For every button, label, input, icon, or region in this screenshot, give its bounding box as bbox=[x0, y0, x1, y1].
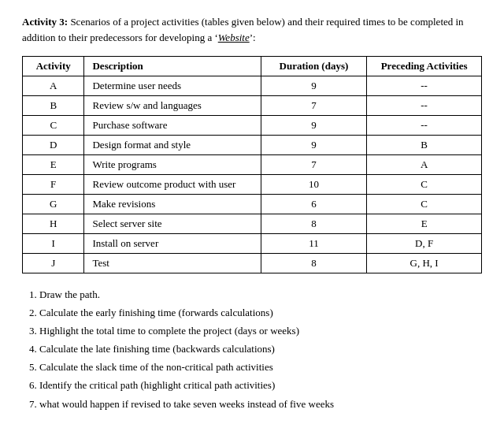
table-row: EWrite programs7A bbox=[23, 155, 482, 175]
cell-preceding: C bbox=[367, 175, 482, 195]
instruction-item: what would happen if revised to take sev… bbox=[39, 396, 482, 413]
instruction-item: Calculate the late finishing time (backw… bbox=[39, 340, 482, 358]
cell-duration: 8 bbox=[261, 214, 367, 234]
table-row: BReview s/w and languages7-- bbox=[23, 96, 482, 116]
cell-description: Select server site bbox=[84, 214, 261, 234]
table-row: IInstall on server11D, F bbox=[23, 234, 482, 254]
cell-description: Write programs bbox=[84, 155, 261, 175]
table-row: DDesign format and style9B bbox=[23, 136, 482, 155]
activities-table: Activity Description Duration (days) Pre… bbox=[22, 56, 482, 273]
instruction-item: Calculate the early finishing time (forw… bbox=[39, 304, 482, 322]
col-header-preceding: Preceding Activities bbox=[367, 57, 482, 76]
cell-description: Design format and style bbox=[84, 136, 261, 155]
cell-preceding: -- bbox=[367, 116, 482, 136]
cell-preceding: -- bbox=[367, 96, 482, 116]
cell-preceding: C bbox=[367, 195, 482, 214]
cell-activity: I bbox=[23, 234, 84, 254]
cell-duration: 6 bbox=[261, 195, 367, 214]
cell-duration: 9 bbox=[261, 116, 367, 136]
table-row: FReview outcome product with user10C bbox=[23, 175, 482, 195]
cell-activity: E bbox=[23, 155, 84, 175]
cell-preceding: B bbox=[367, 136, 482, 155]
cell-preceding: D, F bbox=[367, 234, 482, 254]
activity-label: Activity 3: bbox=[22, 16, 68, 28]
table-row: HSelect server site8E bbox=[23, 214, 482, 234]
cell-duration: 7 bbox=[261, 155, 367, 175]
cell-activity: F bbox=[23, 175, 84, 195]
cell-activity: D bbox=[23, 136, 84, 155]
cell-duration: 7 bbox=[261, 96, 367, 116]
col-header-description: Description bbox=[84, 57, 261, 76]
cell-preceding: A bbox=[367, 155, 482, 175]
cell-duration: 10 bbox=[261, 175, 367, 195]
cell-description: Test bbox=[84, 254, 261, 273]
table-row: GMake revisions6C bbox=[23, 195, 482, 214]
table-row: ADetermine user needs9-- bbox=[23, 76, 482, 96]
activity-header: Activity 3: Scenarios of a project activ… bbox=[22, 14, 482, 45]
cell-activity: G bbox=[23, 195, 84, 214]
table-row: CPurchase software9-- bbox=[23, 116, 482, 136]
website-link: Website bbox=[218, 32, 250, 43]
cell-duration: 8 bbox=[261, 254, 367, 273]
cell-activity: J bbox=[23, 254, 84, 273]
col-header-duration: Duration (days) bbox=[261, 57, 367, 76]
cell-activity: C bbox=[23, 116, 84, 136]
cell-activity: H bbox=[23, 214, 84, 234]
cell-preceding: -- bbox=[367, 76, 482, 96]
col-header-activity: Activity bbox=[23, 57, 84, 76]
cell-description: Review s/w and languages bbox=[84, 96, 261, 116]
cell-preceding: G, H, I bbox=[367, 254, 482, 273]
activity-end: ’: bbox=[250, 32, 256, 43]
table-row: JTest8G, H, I bbox=[23, 254, 482, 273]
cell-activity: A bbox=[23, 76, 84, 96]
cell-description: Determine user needs bbox=[84, 76, 261, 96]
cell-activity: B bbox=[23, 96, 84, 116]
cell-duration: 9 bbox=[261, 76, 367, 96]
cell-description: Purchase software bbox=[84, 116, 261, 136]
cell-description: Make revisions bbox=[84, 195, 261, 214]
instruction-item: Draw the path. bbox=[39, 286, 482, 303]
cell-description: Install on server bbox=[84, 234, 261, 254]
instruction-item: Calculate the slack time of the non-crit… bbox=[39, 359, 482, 376]
instruction-item: Identify the critical path (highlight cr… bbox=[39, 377, 482, 394]
cell-preceding: E bbox=[367, 214, 482, 234]
cell-duration: 11 bbox=[261, 234, 367, 254]
instruction-item: Highlight the total time to complete the… bbox=[39, 322, 482, 340]
cell-description: Review outcome product with user bbox=[84, 175, 261, 195]
cell-duration: 9 bbox=[261, 136, 367, 155]
instructions-section: Draw the path.Calculate the early finish… bbox=[22, 286, 482, 413]
